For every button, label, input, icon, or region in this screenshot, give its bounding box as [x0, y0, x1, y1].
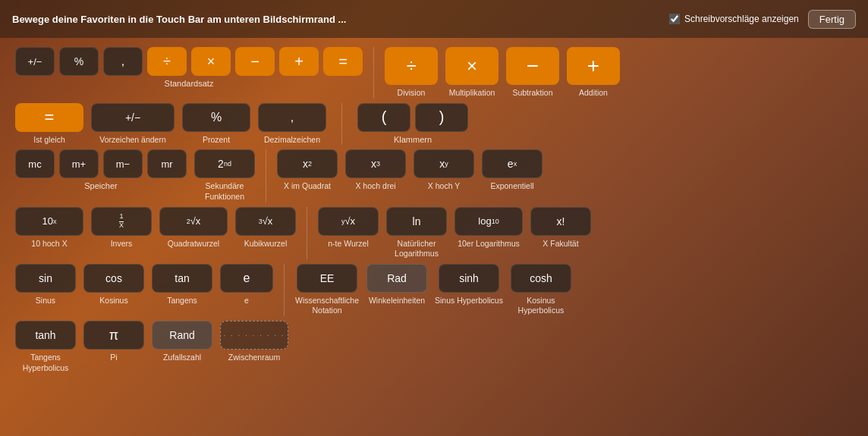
btn-klammer-zu[interactable]: )	[415, 103, 468, 132]
btn-cosh[interactable]: cosh	[511, 264, 571, 293]
btn-multiply-std[interactable]: ×	[191, 47, 231, 76]
btn-divide-std[interactable]: ÷	[147, 47, 187, 76]
speicher-group: mc m+ m− mr Speicher	[15, 149, 187, 190]
invers-label: Invers	[111, 239, 133, 249]
btn-sekundaere[interactable]: 2nd	[194, 149, 255, 178]
tan-item: tan Tangens	[152, 264, 212, 306]
ee-item: EE WissenschaftlicheNotation	[295, 264, 359, 316]
btn-multiplikation[interactable]: ×	[445, 47, 498, 85]
sinh-item: sinh Sinus Hyperbolicus	[435, 264, 503, 306]
log10-label: 10er Logarithmus	[458, 239, 520, 249]
btn-log10[interactable]: log10	[454, 207, 523, 236]
fertig-button[interactable]: Fertig	[808, 10, 856, 29]
ex-label: Exponentiell	[490, 181, 533, 192]
standardsatz-group: +/− % , ÷ × − + = Standardsatz	[15, 47, 363, 88]
btn-mplus[interactable]: m+	[59, 149, 99, 178]
btn-mminus[interactable]: m−	[103, 149, 143, 178]
e-item: e e	[220, 264, 273, 306]
vorzeichen-item: +/− Vorzeichen ändern	[91, 103, 175, 146]
btn-kubikwurzel[interactable]: 3√x	[235, 207, 296, 236]
prozent-item: % Prozent	[182, 103, 250, 146]
btn-subtraktion[interactable]: −	[506, 47, 559, 85]
addition-label: Addition	[579, 88, 608, 99]
btn-e[interactable]: e	[220, 264, 273, 293]
division-item: ÷ Division	[385, 47, 438, 99]
btn-invers[interactable]: 1X	[91, 207, 152, 236]
rad-label: Winkeleinheiten	[369, 296, 425, 306]
quadratwurzel-item: 2√x Quadratwurzel	[159, 207, 228, 249]
rand-label: Zufallszahl	[163, 353, 201, 363]
multiplikation-label: Multiplikation	[449, 88, 495, 99]
nte-wurzel-label: n-te Wurzel	[328, 239, 369, 249]
row-5: sin Sinus cos Kosinus tan Tangens e e EE…	[15, 264, 853, 316]
sin-label: Sinus	[36, 296, 55, 306]
btn-rand[interactable]: Rand	[152, 321, 212, 350]
btn-vorzeichen[interactable]: +/−	[91, 103, 175, 132]
btn-rad[interactable]: Rad	[366, 264, 427, 293]
subtraktion-item: − Subtraktion	[506, 47, 559, 99]
btn-percent-std[interactable]: %	[59, 47, 99, 76]
cos-label: Kosinus	[99, 296, 127, 306]
btn-x-y[interactable]: xy	[414, 149, 474, 178]
btn-prozent[interactable]: %	[182, 103, 250, 132]
klammern-label: Klammern	[394, 135, 432, 144]
schreibvorschlaege-checkbox[interactable]: Schreibvorschläge anzeigen	[669, 14, 799, 24]
row-3: mc m+ m− mr Speicher 2nd SekundäreFunkti…	[15, 149, 853, 202]
btn-zwischenraum[interactable]: · · · · · · · · ·	[220, 321, 288, 350]
ln-label: NatürlicherLogarithmus	[395, 239, 439, 259]
btn-mc[interactable]: mc	[15, 149, 55, 178]
btn-x-quadrat[interactable]: x2	[277, 149, 338, 178]
speicher-label: Speicher	[84, 181, 117, 190]
btn-tan[interactable]: tan	[152, 264, 212, 293]
quadratwurzel-label: Quadratwurzel	[168, 239, 219, 249]
btn-x-drei[interactable]: x3	[345, 149, 406, 178]
sin-item: sin Sinus	[15, 264, 76, 306]
tanh-item: tanh TangensHyperbolicus	[15, 321, 76, 373]
btn-nte-wurzel[interactable]: y√x	[318, 207, 379, 236]
btn-plusminus-std[interactable]: +/−	[15, 47, 55, 76]
btn-sinh[interactable]: sinh	[439, 264, 499, 293]
cosh-item: cosh KosinusHyperbolicus	[511, 264, 571, 316]
btn-klammer-auf[interactable]: (	[357, 103, 410, 132]
rand-item: Rand Zufallszahl	[152, 321, 212, 363]
btn-quadratwurzel[interactable]: 2√x	[159, 207, 228, 236]
rad-item: Rad Winkeleinheiten	[366, 264, 427, 306]
btn-mr[interactable]: mr	[147, 149, 187, 178]
btn-comma-std[interactable]: ,	[103, 47, 143, 76]
ln-item: ln NatürlicherLogarithmus	[386, 207, 447, 259]
x-quadrat-item: x2 X im Quadrat	[277, 149, 338, 192]
sinh-label: Sinus Hyperbolicus	[435, 296, 503, 306]
btn-ln[interactable]: ln	[386, 207, 447, 236]
e-label: e	[244, 296, 249, 306]
btn-x-fakultaet[interactable]: x!	[530, 207, 591, 236]
cosh-label: KosinusHyperbolicus	[518, 296, 565, 316]
tan-label: Tangens	[167, 296, 197, 306]
kubikwurzel-label: Kubikwurzel	[244, 239, 288, 249]
btn-cos[interactable]: cos	[83, 264, 144, 293]
btn-ex[interactable]: ex	[482, 149, 542, 178]
btn-addition[interactable]: +	[567, 47, 620, 85]
btn-ist-gleich[interactable]: =	[15, 103, 83, 132]
btn-sin[interactable]: sin	[15, 264, 76, 293]
x-fakultaet-item: x! X Fakultät	[530, 207, 591, 249]
btn-zehn-hoch-x[interactable]: 10x	[15, 207, 83, 236]
btn-dezimal[interactable]: ,	[258, 103, 326, 132]
sekundaere-label: SekundäreFunktionen	[205, 181, 244, 202]
x-drei-item: x3 X hoch drei	[345, 149, 406, 192]
dezimal-label: Dezimalzeichen	[264, 135, 320, 146]
btn-ee[interactable]: EE	[297, 264, 357, 293]
btn-tanh[interactable]: tanh	[15, 321, 76, 350]
btn-equals-std[interactable]: =	[323, 47, 363, 76]
zehn-hoch-x-item: 10x 10 hoch X	[15, 207, 83, 249]
btn-plus-std[interactable]: +	[279, 47, 319, 76]
x-fakultaet-label: X Fakultät	[542, 239, 578, 249]
prozent-label: Prozent	[203, 135, 230, 146]
btn-division[interactable]: ÷	[385, 47, 438, 85]
x-y-item: xy X hoch Y	[414, 149, 474, 192]
pi-label: Pi	[110, 353, 117, 363]
btn-minus-std[interactable]: −	[235, 47, 275, 76]
log10-item: log10 10er Logarithmus	[454, 207, 523, 249]
main-content: +/− % , ÷ × − + = Standardsatz ÷ Divisio…	[0, 38, 868, 382]
btn-pi[interactable]: π	[83, 321, 144, 350]
sekundaere-item: 2nd SekundäreFunktionen	[194, 149, 255, 202]
